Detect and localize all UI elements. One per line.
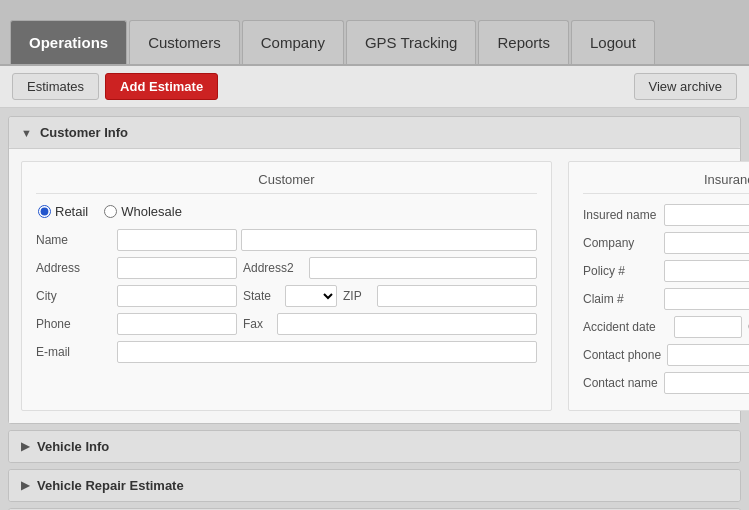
address2-label: Address2	[243, 261, 303, 275]
address-input[interactable]	[117, 257, 237, 279]
company-select[interactable]	[664, 232, 749, 254]
zip-label: ZIP	[343, 289, 371, 303]
nav-tab-company[interactable]: Company	[242, 20, 344, 64]
claim-input[interactable]	[664, 288, 749, 310]
vehicle-info-header[interactable]: ▶ Vehicle Info	[9, 431, 740, 462]
contact-phone-label: Contact phone	[583, 348, 661, 362]
city-row: City State ZIP	[36, 285, 537, 307]
contact-phone-row: Contact phone	[583, 344, 749, 366]
address-row: Address Address2	[36, 257, 537, 279]
email-row: E-mail	[36, 341, 537, 363]
main-content: ▼ Customer Info Customer Retail	[0, 108, 749, 510]
address-label: Address	[36, 261, 111, 275]
wholesale-radio[interactable]	[104, 205, 117, 218]
phone-input[interactable]	[117, 313, 237, 335]
nav-tab-operations[interactable]: Operations	[10, 20, 127, 64]
company-label: Company	[583, 236, 658, 250]
first-name-input[interactable]	[117, 229, 237, 251]
customer-info-chevron: ▼	[21, 127, 32, 139]
phone-label: Phone	[36, 317, 111, 331]
vehicle-repair-header[interactable]: ▶ Vehicle Repair Estimate	[9, 470, 740, 501]
insurance-panel-title: Insurance	[583, 172, 749, 194]
toolbar: Estimates Add Estimate View archive	[0, 66, 749, 108]
vehicle-repair-section: ▶ Vehicle Repair Estimate	[8, 469, 741, 502]
customer-info-body: Customer Retail Wholesale	[9, 148, 740, 423]
accident-date-input[interactable]	[674, 316, 742, 338]
fax-input[interactable]	[277, 313, 537, 335]
insured-name-input[interactable]	[664, 204, 749, 226]
nav-tab-reports[interactable]: Reports	[478, 20, 569, 64]
nav-tab-customers[interactable]: Customers	[129, 20, 240, 64]
policy-label: Policy #	[583, 264, 658, 278]
estimates-button[interactable]: Estimates	[12, 73, 99, 100]
retail-radio-label[interactable]: Retail	[38, 204, 88, 219]
phone-row: Phone Fax	[36, 313, 537, 335]
city-input[interactable]	[117, 285, 237, 307]
contact-name-input[interactable]	[664, 372, 749, 394]
contact-phone-input[interactable]	[667, 344, 749, 366]
policy-input[interactable]	[664, 260, 749, 282]
customer-type-row: Retail Wholesale	[36, 204, 537, 219]
state-label: State	[243, 289, 279, 303]
contact-name-label: Contact name	[583, 376, 658, 390]
vehicle-info-chevron: ▶	[21, 440, 29, 453]
customer-info-title: Customer Info	[40, 125, 128, 140]
date-row: Accident date Claim date	[583, 316, 749, 338]
customer-info-grid: Customer Retail Wholesale	[21, 161, 728, 411]
insured-name-label: Insured name	[583, 208, 658, 222]
name-label: Name	[36, 233, 111, 247]
email-input[interactable]	[117, 341, 537, 363]
retail-radio[interactable]	[38, 205, 51, 218]
customer-panel: Customer Retail Wholesale	[21, 161, 552, 411]
nav-bar: Operations Customers Company GPS Trackin…	[0, 0, 749, 66]
vehicle-info-section: ▶ Vehicle Info	[8, 430, 741, 463]
insured-name-row: Insured name	[583, 204, 749, 226]
state-select[interactable]	[285, 285, 337, 307]
customer-info-header[interactable]: ▼ Customer Info	[9, 117, 740, 148]
claim-row: Claim #	[583, 288, 749, 310]
name-inputs	[117, 229, 537, 251]
fax-label: Fax	[243, 317, 271, 331]
nav-tab-gps-tracking[interactable]: GPS Tracking	[346, 20, 477, 64]
customer-info-section: ▼ Customer Info Customer Retail	[8, 116, 741, 424]
zip-input[interactable]	[377, 285, 537, 307]
policy-row: Policy #	[583, 260, 749, 282]
customer-panel-title: Customer	[36, 172, 537, 194]
contact-name-row: Contact name	[583, 372, 749, 394]
company-row: Company	[583, 232, 749, 254]
email-label: E-mail	[36, 345, 111, 359]
insurance-panel: Insurance Insured name Company Policy #	[568, 161, 749, 411]
name-row: Name	[36, 229, 537, 251]
claim-label: Claim #	[583, 292, 658, 306]
vehicle-info-title: Vehicle Info	[37, 439, 109, 454]
vehicle-repair-chevron: ▶	[21, 479, 29, 492]
add-estimate-button[interactable]: Add Estimate	[105, 73, 218, 100]
wholesale-radio-label[interactable]: Wholesale	[104, 204, 182, 219]
view-archive-button[interactable]: View archive	[634, 73, 737, 100]
address2-input[interactable]	[309, 257, 537, 279]
vehicle-repair-title: Vehicle Repair Estimate	[37, 478, 184, 493]
last-name-input[interactable]	[241, 229, 537, 251]
accident-date-label: Accident date	[583, 320, 668, 334]
city-label: City	[36, 289, 111, 303]
nav-tab-logout[interactable]: Logout	[571, 20, 655, 64]
